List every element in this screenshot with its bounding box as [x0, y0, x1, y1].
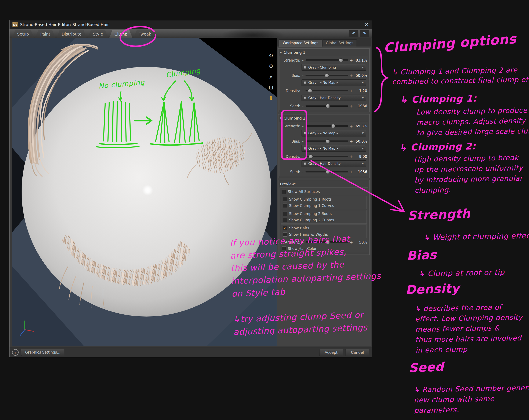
accept-button[interactable]: Accept	[319, 349, 343, 356]
tab-distribute[interactable]: Distribute	[56, 30, 87, 38]
minus-button[interactable]: -	[302, 58, 304, 63]
checkbox-show-clumping1-curves[interactable]: Show Clumping 1 Curves	[282, 202, 366, 209]
density-slider[interactable]	[305, 156, 348, 157]
home-icon[interactable]: ⇧	[267, 94, 275, 102]
cancel-button[interactable]: Cancel	[345, 349, 369, 356]
clumping2-header[interactable]: ▼ Clumping 2:	[279, 115, 368, 122]
plus-button[interactable]: +	[350, 89, 352, 93]
clumping2-seed-row: Seed: - + 1986	[281, 169, 367, 175]
tab-paint[interactable]: Paint	[35, 30, 55, 38]
strength-map-dropdown[interactable]: Gray - Clumping ▼	[302, 64, 366, 71]
collapse-icon[interactable]: ▼	[280, 117, 282, 120]
checkbox[interactable]	[283, 204, 287, 208]
map-label: Gray - <No Map>	[308, 146, 338, 150]
minus-button[interactable]: -	[302, 139, 304, 144]
strength-map-dropdown[interactable]: Gray - <No Map> ▼	[302, 130, 366, 136]
checkbox-show-clumping2-roots[interactable]: Show Clumping 2 Roots	[282, 210, 366, 217]
minus-button[interactable]: -	[302, 104, 304, 108]
seed-slider[interactable]	[305, 171, 348, 172]
zoom-icon[interactable]: ⌕	[267, 73, 275, 81]
tab-setup[interactable]: Setup	[12, 30, 34, 38]
bias-slider[interactable]	[305, 75, 348, 76]
density-label: Density:	[281, 155, 300, 159]
clumping1-header[interactable]: ▼ Clumping 1:	[279, 50, 368, 56]
checkbox-show-clumping2-curves[interactable]: Show Clumping 2 Curves	[282, 217, 366, 223]
slider-handle[interactable]	[326, 139, 330, 143]
viewport-note-spikes: If you notice any hairs that are strong …	[230, 232, 382, 300]
collapse-icon[interactable]: ▼	[280, 51, 282, 54]
tab-style[interactable]: Style	[88, 30, 108, 38]
undo-icon[interactable]: ↶	[349, 30, 358, 37]
checkbox-show-all-surfaces[interactable]: Show All Surfaces	[281, 188, 367, 195]
viewport-note-adjust: ↳try adjusting clump Seed or adjusting a…	[233, 308, 368, 338]
tab-clump[interactable]: Clump	[109, 30, 132, 38]
plus-button[interactable]: +	[350, 139, 352, 144]
bias-value[interactable]: 50.0%	[354, 139, 367, 144]
checkbox-show-hairs[interactable]: Show Hairs	[282, 225, 366, 231]
density-label: Density:	[281, 89, 300, 93]
slider-handle[interactable]	[331, 124, 335, 128]
pan-icon[interactable]: ✥	[267, 62, 275, 70]
minus-button[interactable]: -	[302, 73, 304, 78]
minus-button[interactable]: -	[302, 89, 304, 93]
plus-button[interactable]: +	[350, 170, 352, 174]
bias-map-dropdown[interactable]: Gray - <No Map> ▼	[302, 79, 366, 86]
seed-value[interactable]: 1986	[354, 104, 367, 108]
chevron-down-icon: ▼	[362, 66, 364, 69]
checkbox[interactable]	[283, 197, 287, 201]
slider-handle[interactable]	[308, 89, 312, 93]
minus-button[interactable]: -	[302, 124, 304, 129]
checkbox-label: Show Clumping 2 Roots	[289, 211, 331, 216]
density-map-dropdown[interactable]: Gray - Hair Density ▼	[302, 160, 366, 167]
slider-handle[interactable]	[326, 104, 330, 108]
minus-button[interactable]: -	[302, 154, 304, 159]
plus-button[interactable]: +	[350, 154, 352, 159]
slider-handle[interactable]	[325, 73, 329, 78]
checkbox-show-clumping1-roots[interactable]: Show Clumping 1 Roots	[282, 196, 366, 202]
checkbox-label: Show Clumping 1 Roots	[289, 197, 331, 201]
tab-global-settings[interactable]: Global Settings	[322, 39, 357, 47]
checkbox[interactable]	[283, 211, 287, 216]
checkbox[interactable]	[283, 218, 287, 222]
tab-tweak[interactable]: Tweak	[134, 30, 156, 38]
plus-button[interactable]: +	[350, 104, 352, 108]
slider-handle[interactable]	[326, 170, 330, 174]
strength-value[interactable]: 83.1%	[354, 58, 367, 62]
slider-handle[interactable]	[309, 155, 313, 158]
frame-icon[interactable]: ⊡	[267, 83, 275, 92]
strength-slider[interactable]	[305, 59, 348, 61]
density-map-dropdown[interactable]: Gray - Hair Density ▼	[302, 95, 366, 101]
map-label: Gray - Hair Density	[308, 162, 341, 166]
bias-map-dropdown[interactable]: Gray - <No Map> ▼	[302, 145, 366, 152]
plus-button[interactable]: +	[350, 73, 352, 78]
plus-button[interactable]: +	[350, 58, 352, 63]
clumping1-density-row: Density: - + 1.20	[281, 87, 367, 94]
checkbox[interactable]	[282, 190, 286, 194]
undo-redo-group: ↶ ↷	[349, 30, 369, 37]
clumping2-strength-row: Strength: - + 65.3%	[281, 123, 367, 129]
density-value[interactable]: 1.20	[354, 89, 367, 93]
seed-slider[interactable]	[305, 105, 348, 107]
help-icon[interactable]: ?	[12, 349, 19, 356]
bias-value[interactable]: 50.0%	[354, 73, 367, 78]
strength-slider[interactable]	[305, 125, 348, 127]
seed-value[interactable]: 1986	[354, 170, 367, 174]
slider-handle[interactable]	[339, 58, 343, 62]
minus-button[interactable]: -	[302, 170, 304, 174]
rotate-icon[interactable]: ↻	[267, 52, 275, 60]
density-slider[interactable]	[305, 90, 348, 92]
clumping1-group: ▼ Clumping 1: Strength: - + 83.1%	[278, 49, 370, 112]
bias-slider[interactable]	[305, 141, 348, 142]
note-density-body: ↳ describes the area of effect. Low Clum…	[415, 302, 523, 355]
tab-workspace-settings[interactable]: Workspace Settings	[279, 39, 322, 47]
title-bar: DS Strand-Based Hair Editor: Strand-Base…	[10, 20, 372, 29]
graphics-settings-button[interactable]: Graphics Settings...	[21, 349, 64, 356]
plus-button[interactable]: +	[350, 124, 352, 129]
strength-value[interactable]: 65.3%	[354, 124, 367, 128]
checkbox-checked[interactable]	[283, 226, 287, 230]
strength-label: Strength:	[281, 124, 300, 128]
clumping1-strength-row: Strength: - + 83.1%	[281, 57, 367, 64]
density-value[interactable]: 9.00	[354, 155, 367, 159]
redo-icon[interactable]: ↷	[359, 30, 369, 37]
close-icon[interactable]: ✕	[365, 22, 369, 27]
